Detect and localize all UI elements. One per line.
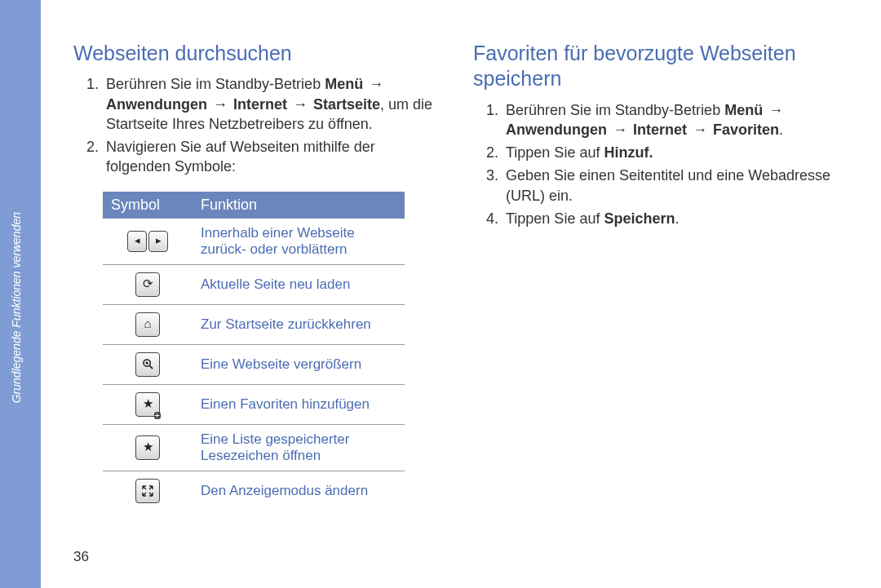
- right-step-2: Tippen Sie auf Hinzuf.: [502, 143, 840, 162]
- table-row: Den Anzeigemodus ändern: [103, 471, 405, 511]
- table-header-symbol: Symbol: [103, 192, 193, 219]
- add-favorite-icon: ★+: [103, 384, 193, 424]
- table-function-cell: Einen Favoriten hinzufügen: [193, 384, 405, 424]
- table-row: ◂▸ Innerhalb einer Webseite zurück- oder…: [103, 219, 405, 265]
- table-row: ★ Eine Liste gespeicherter Lesezeichen ö…: [103, 424, 405, 471]
- view-mode-icon: [103, 471, 193, 511]
- right-steps: Berühren Sie im Standby-Betrieb Menü → A…: [473, 100, 840, 229]
- table-row: ⌂ Zur Startseite zurückkehren: [103, 304, 405, 344]
- home-icon: ⌂: [103, 304, 193, 344]
- page-content: Webseiten durchsuchen Berühren Sie im St…: [73, 41, 840, 511]
- right-step-1: Berühren Sie im Standby-Betrieb Menü → A…: [502, 100, 840, 140]
- table-row: ★+ Einen Favoriten hinzufügen: [103, 384, 405, 424]
- table-function-cell: Aktuelle Seite neu laden: [193, 264, 405, 304]
- left-step-1: Berühren Sie im Standby-Betrieb Menü → A…: [103, 74, 440, 134]
- table-row: Eine Webseite vergrößern: [103, 344, 405, 384]
- right-step-3: Geben Sie einen Seitentitel und eine Web…: [502, 166, 840, 206]
- left-step-2: Navigieren Sie auf Webseiten mithilfe de…: [103, 137, 440, 177]
- right-column: Favoriten für bevorzugte Webseiten speic…: [473, 41, 840, 511]
- left-steps: Berühren Sie im Standby-Betrieb Menü → A…: [73, 74, 440, 176]
- table-function-cell: Innerhalb einer Webseite zurück- oder vo…: [193, 219, 405, 265]
- svg-line-1: [149, 366, 153, 369]
- left-column: Webseiten durchsuchen Berühren Sie im St…: [73, 41, 440, 511]
- page-number: 36: [73, 549, 89, 565]
- bookmarks-icon: ★: [103, 424, 193, 471]
- zoom-icon: [103, 344, 193, 384]
- sidebar: Grundlegende Funktionen verwenden: [0, 0, 41, 588]
- reload-icon: ⟳: [103, 264, 193, 304]
- sidebar-section-label: Grundlegende Funktionen verwenden: [10, 212, 23, 403]
- nav-left-right-icon: ◂▸: [103, 219, 193, 265]
- table-function-cell: Eine Webseite vergrößern: [193, 344, 405, 384]
- table-function-cell: Zur Startseite zurückkehren: [193, 304, 405, 344]
- table-header-function: Funktion: [193, 192, 405, 219]
- left-heading: Webseiten durchsuchen: [73, 41, 440, 66]
- right-step-4: Tippen Sie auf Speichern.: [502, 209, 840, 228]
- table-function-cell: Den Anzeigemodus ändern: [193, 471, 405, 511]
- table-function-cell: Eine Liste gespeicherter Lesezeichen öff…: [193, 424, 405, 471]
- right-heading: Favoriten für bevorzugte Webseiten speic…: [473, 41, 840, 92]
- table-row: ⟳ Aktuelle Seite neu laden: [103, 264, 405, 304]
- symbol-function-table: Symbol Funktion ◂▸ Innerhalb einer Webse…: [103, 192, 405, 511]
